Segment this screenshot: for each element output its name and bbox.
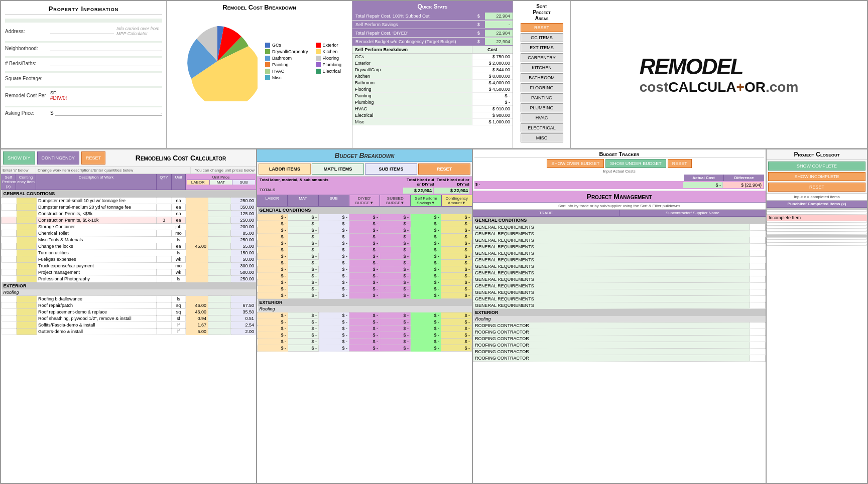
reset-calc-button[interactable]: RESET bbox=[81, 151, 105, 165]
stat-value-1: 22,904 bbox=[485, 13, 513, 20]
carpentry-button[interactable]: CARPENTRY bbox=[521, 53, 563, 62]
show-diy-button[interactable]: SHOW DIY bbox=[3, 151, 35, 165]
neighborhood-input[interactable] bbox=[50, 45, 162, 51]
labor-items-tab[interactable]: LABOR ITEMS bbox=[259, 164, 311, 175]
budget-tracker-reset-button[interactable]: RESET bbox=[668, 159, 692, 168]
calc-table-scroll[interactable]: GENERAL CONDITIONS Dumpster rental-small… bbox=[1, 190, 256, 483]
bt-left-total: $ - bbox=[683, 182, 723, 188]
sqft-label: Square Footage: bbox=[5, 76, 50, 81]
green-divider4 bbox=[5, 86, 162, 88]
sp-row-hvac: HVAC$ 910.00 bbox=[352, 106, 513, 112]
asking-row: Asking Price: S - bbox=[5, 109, 162, 117]
table-row: Professional Photography ls 250.00 bbox=[2, 276, 256, 282]
show-under-budget-button[interactable]: SHOW UNDER BUDGET bbox=[605, 159, 666, 168]
total-subbed-value: $ 22,904 bbox=[434, 188, 469, 194]
stat-label-3: Total Repair Cost, 'DIYED' bbox=[352, 29, 477, 37]
table-row: Fuel/gas expenses wk 50.00 bbox=[2, 256, 256, 263]
table-row: Truck expense/car payment mo 300.00 bbox=[2, 263, 256, 269]
beds-input[interactable] bbox=[50, 60, 162, 66]
green-divider1 bbox=[5, 41, 162, 43]
table-row: Construction Permits, $5k-10k 3 ea 250.0… bbox=[2, 217, 256, 224]
misc-button[interactable]: MISC bbox=[521, 133, 563, 142]
table-row: Project management wk 500.00 bbox=[2, 269, 256, 276]
enter-below-hint: Enter 'x' below bbox=[1, 167, 36, 174]
sp-row-bath: Bathroom$ 4,000.00 bbox=[352, 80, 513, 86]
budget-totals-header: Total labor, material, & sub amounts Tot… bbox=[257, 177, 472, 195]
bathroom-button[interactable]: BATHROOM bbox=[521, 73, 563, 82]
gc-items-button[interactable]: GC ITEMS bbox=[521, 33, 563, 42]
total-hired-subbed-label: Total hired out or DIY'ed bbox=[434, 178, 469, 187]
hvac-button[interactable]: HVAC bbox=[521, 113, 563, 122]
legend-exterior: Exterior bbox=[323, 43, 338, 48]
closeout-scroll[interactable]: Incomplete Item bbox=[767, 208, 867, 483]
stat-row-3: Total Repair Cost, 'DIYED' $ 22,904 bbox=[352, 29, 513, 38]
pm-col-headers: TRADE Subcontractor/ Supplier Name bbox=[473, 210, 766, 217]
table-row: Construction Permits, <$5k ea 125.00 bbox=[2, 211, 256, 217]
stat-row-2: Self Perform Savings $ - bbox=[352, 21, 513, 29]
contingency-button[interactable]: CONTINGENCY bbox=[37, 151, 80, 165]
stat-label-4: Remodel Budget w/o Contingency (Target B… bbox=[352, 38, 477, 46]
total-diyed-value: $ 22,904 bbox=[403, 188, 433, 194]
plumbing-button[interactable]: PLUMBING bbox=[521, 103, 563, 112]
budget-col-headers: LABOR MAT SUB DIYED' BUDGE▼ SUBBED BUDGE… bbox=[257, 195, 472, 207]
totals-label-2: TOTALS bbox=[260, 188, 403, 194]
table-row: Gutters-demo & install lf 5.00 2.00 bbox=[2, 329, 256, 335]
difference-header: Difference bbox=[724, 175, 764, 181]
th-contingency: Conting ency Item bbox=[16, 174, 36, 190]
th-description: Description of Work bbox=[36, 174, 157, 190]
show-complete-button[interactable]: SHOW COMPLETE bbox=[768, 162, 865, 171]
input-actual-hint: Input Actual Costs bbox=[474, 169, 764, 174]
logo-remodel: REMODEL bbox=[640, 54, 799, 79]
th-unit-price-group: Unit Price LABOR MAT SUB bbox=[186, 174, 256, 190]
neighborhood-row: Neighborhood: bbox=[5, 44, 162, 52]
table-row: Roof repair/patch sq 46.00 67.50 bbox=[2, 302, 256, 309]
section-exterior: EXTERIOR bbox=[2, 282, 256, 290]
beds-label: # Beds/Baths: bbox=[5, 61, 50, 66]
green-divider5 bbox=[5, 106, 162, 107]
sp-row-elec: Electrical$ 900.00 bbox=[352, 112, 513, 119]
pm-table-scroll[interactable]: GENERAL CONDITIONS GENERAL REQUIREMENTS … bbox=[473, 217, 766, 483]
stats-grid-rows: GCs$ 750.00 Exterior$ 2,000.00 Drywall/C… bbox=[352, 54, 513, 125]
sub-items-tab[interactable]: SUB ITEMS bbox=[365, 164, 417, 175]
section-label-gc: GENERAL CONDITIONS bbox=[2, 190, 256, 198]
calc-table: GENERAL CONDITIONS Dumpster rental-small… bbox=[1, 190, 256, 335]
table-row: Dumpster rental-small 10 yd w/ tonnage f… bbox=[2, 198, 256, 204]
change-units-hint: You can change unit prices below bbox=[191, 167, 256, 174]
reset-sort-button[interactable]: RESET bbox=[521, 23, 563, 32]
budget-breakdown-title: Budget Breakdown bbox=[257, 149, 472, 162]
closeout-table: Incomplete Item bbox=[767, 208, 867, 247]
kitchen-button[interactable]: KITCHEN bbox=[521, 63, 563, 72]
th-self-perform: Self Perform (x) bbox=[1, 174, 16, 190]
sqft-row: Square Footage: bbox=[5, 74, 162, 82]
show-over-budget-button[interactable]: SHOW OVER BUDGET bbox=[547, 159, 604, 168]
pm-title: Project Management bbox=[473, 191, 766, 203]
show-incomplete-button[interactable]: SHOW INCOMPLETE bbox=[768, 172, 865, 181]
subsection-roofing: Roofing bbox=[2, 289, 256, 296]
cost-per-label: Remodel Cost Per bbox=[5, 93, 50, 98]
budget-table-scroll[interactable]: GENERAL CONDITIONS $ - $ - $ - $ - $ - $… bbox=[257, 207, 472, 483]
electrical-button[interactable]: ELECTRICAL bbox=[521, 123, 563, 132]
address-input[interactable] bbox=[50, 28, 114, 34]
sqft-input[interactable] bbox=[50, 75, 162, 81]
cost-per-row: Remodel Cost Per SF: #DIV/0! bbox=[5, 89, 162, 102]
asking-label: Asking Price: bbox=[5, 110, 50, 116]
pm-hint: Sort info by trade or by sub/supplier us… bbox=[473, 203, 766, 210]
th-qty: QTY bbox=[157, 174, 172, 190]
neighborhood-label: Neighborhood: bbox=[5, 46, 50, 51]
asking-input[interactable] bbox=[55, 110, 115, 116]
table-row: Chemical Toilet mo 85.00 bbox=[2, 230, 256, 237]
logo-cost-calc: costCALCULA+OR.com bbox=[640, 79, 799, 95]
stat-label-1: Total Repair Cost, 100% Subbed Out bbox=[352, 12, 477, 20]
matl-items-tab[interactable]: MAT'L ITEMS bbox=[312, 164, 364, 175]
legend-kitchen: Kitchen bbox=[323, 49, 338, 54]
flooring-button[interactable]: FLOORING bbox=[521, 83, 563, 92]
painting-button[interactable]: PAINTING bbox=[521, 93, 563, 102]
budget-reset-tab[interactable]: RESET bbox=[418, 164, 470, 175]
legend-electrical: Electrical bbox=[323, 69, 341, 74]
sp-row-paint: Painting$ - bbox=[352, 93, 513, 99]
closeout-reset-button[interactable]: RESET bbox=[768, 183, 865, 192]
closeout-input-hint: Input x = completed items bbox=[767, 194, 867, 201]
legend-misc: Misc bbox=[272, 75, 282, 80]
table-row: Turn on utilities ls 150.00 bbox=[2, 250, 256, 256]
ext-items-button[interactable]: EXT ITEMS bbox=[521, 43, 563, 52]
